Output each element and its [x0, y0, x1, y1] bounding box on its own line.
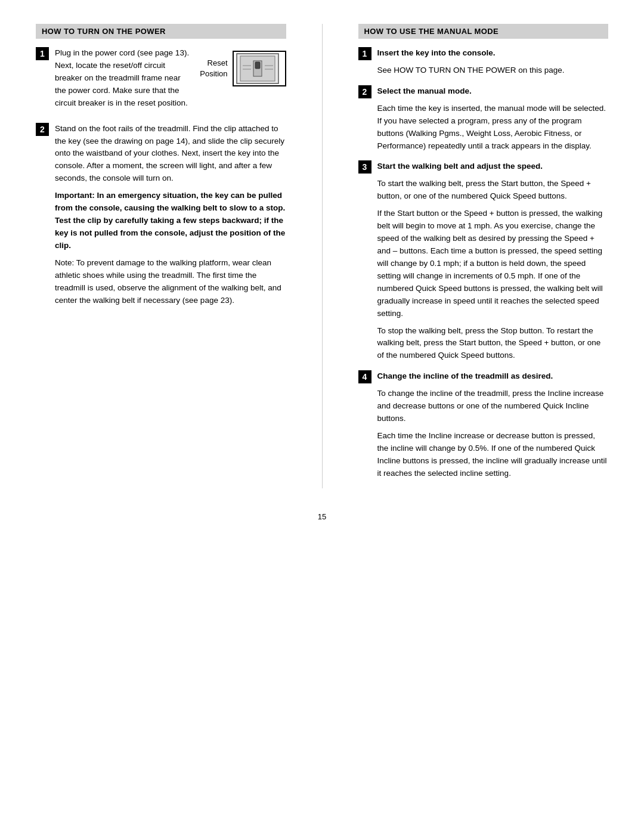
step-number-1: 1 — [36, 47, 49, 60]
reset-illustration: ResetPosition — [200, 51, 286, 86]
right-step2-content: Select the manual mode. Each time the ke… — [377, 85, 609, 153]
step2-main-text: Stand on the foot rails of the treadmill… — [55, 123, 286, 185]
reset-box — [233, 51, 286, 86]
right-step1-body: See HOW TO TURN ON THE POWER on this pag… — [377, 64, 609, 77]
right-step-number-4: 4 — [358, 370, 371, 383]
step2-content: Stand on the foot rails of the treadmill… — [55, 123, 286, 307]
right-section-header: HOW TO USE THE MANUAL MODE — [358, 24, 609, 39]
right-step-number-2: 2 — [358, 85, 371, 98]
right-step3-body1: To start the walking belt, press the Sta… — [377, 178, 609, 203]
right-step-3: 3 Start the walking belt and adjust the … — [358, 160, 609, 362]
step1-content: Plug in the power cord (see page 13). Ne… — [55, 47, 286, 114]
right-column: HOW TO USE THE MANUAL MODE 1 Insert the … — [358, 24, 609, 488]
circuit-breaker-icon — [236, 52, 280, 85]
right-step4-header: Change the incline of the treadmill as d… — [377, 370, 609, 383]
right-step4-body1: To change the incline of the treadmill, … — [377, 388, 609, 425]
right-step1-header: Insert the key into the console. — [377, 47, 609, 60]
step1-text: Plug in the power cord (see page 13). Ne… — [55, 47, 191, 110]
right-step-2: 2 Select the manual mode. Each time the … — [358, 85, 609, 153]
left-step-1: 1 Plug in the power cord (see page 13). … — [36, 47, 286, 114]
column-divider — [322, 24, 323, 488]
right-step2-header: Select the manual mode. — [377, 85, 609, 98]
right-step3-header: Start the walking belt and adjust the sp… — [377, 160, 609, 173]
left-step-2: 2 Stand on the foot rails of the treadmi… — [36, 123, 286, 307]
step1-paragraph: Plug in the power cord (see page 13). Ne… — [55, 47, 191, 110]
right-step4-body2: Each time the Incline increase or decrea… — [377, 430, 609, 480]
step2-bold-text: Important: In an emergency situation, th… — [55, 190, 286, 252]
right-step2-body: Each time the key is inserted, the manua… — [377, 103, 609, 153]
step2-note: Note: To prevent damage to the walking p… — [55, 257, 286, 307]
page-number: 15 — [36, 512, 608, 521]
left-section-header: HOW TO TURN ON THE POWER — [36, 24, 286, 39]
right-step3-body3: To stop the walking belt, press the Stop… — [377, 325, 609, 363]
left-column: HOW TO TURN ON THE POWER 1 Plug in the p… — [36, 24, 286, 488]
right-step-4: 4 Change the incline of the treadmill as… — [358, 370, 609, 479]
svg-rect-3 — [255, 62, 260, 69]
reset-label: ResetPosition — [200, 58, 227, 79]
right-step4-content: Change the incline of the treadmill as d… — [377, 370, 609, 479]
right-step1-content: Insert the key into the console. See HOW… — [377, 47, 609, 77]
page-layout: HOW TO TURN ON THE POWER 1 Plug in the p… — [36, 24, 608, 488]
right-step-number-1: 1 — [358, 47, 371, 60]
step1-top: Plug in the power cord (see page 13). Ne… — [55, 47, 286, 110]
right-step-number-3: 3 — [358, 160, 371, 174]
step-number-2: 2 — [36, 123, 49, 136]
right-step3-content: Start the walking belt and adjust the sp… — [377, 160, 609, 362]
right-step3-body2: If the Start button or the Speed + butto… — [377, 208, 609, 320]
right-step-1: 1 Insert the key into the console. See H… — [358, 47, 609, 77]
